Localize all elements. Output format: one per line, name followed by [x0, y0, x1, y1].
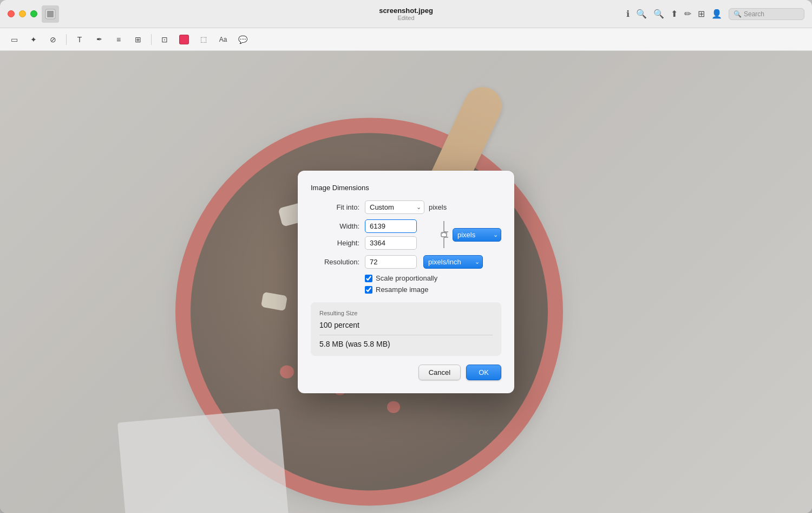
- minimize-button[interactable]: [19, 10, 26, 17]
- toolbar: ▭ ✦ ⊘ T ✒ ≡ ⊞ ⊡ ⬚ Aa 💬: [0, 28, 812, 51]
- avatar-icon[interactable]: 👤: [711, 9, 722, 19]
- info-icon[interactable]: ℹ: [626, 9, 630, 19]
- app-icon: [42, 5, 59, 23]
- markup-icon[interactable]: ✏: [684, 9, 691, 19]
- scale-proportionally-checkbox[interactable]: [365, 275, 372, 282]
- result-divider: [319, 335, 493, 335]
- cancel-button[interactable]: Cancel: [418, 365, 461, 380]
- color-swatch: [179, 35, 189, 44]
- share-icon[interactable]: ⬆: [671, 9, 678, 19]
- dialog-title: Image Dimensions: [311, 184, 501, 192]
- height-input[interactable]: [365, 236, 417, 250]
- search-icon: 🔍: [734, 10, 742, 18]
- unit-select[interactable]: pixels percent inches: [453, 228, 501, 242]
- svg-rect-1: [47, 11, 54, 17]
- draw-tool-btn[interactable]: ✒: [91, 32, 107, 47]
- fit-into-select-wrap: Custom ⌄: [365, 200, 424, 214]
- window-title: screenshot.jpeg: [379, 7, 433, 15]
- toolbar-separator-2: [151, 34, 152, 45]
- layout-tool-btn[interactable]: ⊡: [157, 32, 172, 47]
- resulting-size-section: Resulting Size 100 percent 5.8 MB (was 5…: [311, 302, 501, 356]
- resolution-row: Resolution: pixels/inch pixels/cm ⌄: [311, 255, 501, 269]
- resolution-label: Resolution:: [311, 258, 359, 266]
- resulting-size-title: Resulting Size: [319, 310, 493, 316]
- unit-select-wrap: pixels percent inches ⌄: [453, 228, 501, 242]
- toolbar-separator-1: [66, 34, 67, 45]
- color-btn[interactable]: [176, 32, 192, 47]
- resample-image-checkbox[interactable]: [365, 286, 372, 294]
- magic-tool-btn[interactable]: ✦: [26, 32, 41, 47]
- font-tool-btn[interactable]: Aa: [215, 32, 231, 47]
- resolution-unit-select[interactable]: pixels/inch pixels/cm: [423, 255, 483, 269]
- main-content: Image Dimensions Fit into: Custom ⌄ pixe…: [0, 51, 812, 513]
- speech-tool-btn[interactable]: 💬: [235, 32, 250, 47]
- text-tool-btn[interactable]: T: [72, 32, 87, 47]
- width-row: Width:: [311, 219, 436, 233]
- resample-image-label: Resample image: [376, 285, 429, 294]
- dimension-inputs: Width: Height:: [311, 219, 436, 250]
- expand-icon[interactable]: ⊞: [698, 9, 705, 19]
- select-tool-btn[interactable]: ▭: [6, 32, 22, 47]
- align-tool-btn[interactable]: ≡: [111, 32, 126, 47]
- search-box[interactable]: 🔍 Search: [729, 8, 804, 20]
- dimensions-section: Width: Height:: [311, 219, 501, 250]
- title-section: screenshot.jpeg Edited: [379, 7, 433, 21]
- close-button[interactable]: [8, 10, 15, 17]
- svg-rect-2: [441, 232, 447, 237]
- stroke-tool-btn[interactable]: ⬚: [196, 32, 211, 47]
- resulting-size: 5.8 MB (was 5.8 MB): [319, 340, 493, 348]
- shape-tool-btn[interactable]: ⊞: [130, 32, 146, 47]
- titlebar-actions: ℹ 🔍 🔍 ⬆ ✏ ⊞ 👤 🔍 Search: [626, 8, 804, 20]
- dialog-overlay: Image Dimensions Fit into: Custom ⌄ pixe…: [0, 51, 812, 513]
- zoom-in-icon[interactable]: 🔍: [653, 9, 664, 19]
- link-bracket: [438, 219, 449, 250]
- scale-proportionally-row: Scale proportionally: [365, 274, 501, 282]
- resolution-unit-wrap: pixels/inch pixels/cm ⌄: [423, 255, 483, 269]
- fit-into-select[interactable]: Custom: [365, 200, 424, 214]
- resulting-percent: 100 percent: [319, 321, 493, 329]
- ok-button[interactable]: OK: [466, 365, 501, 380]
- lasso-tool-btn[interactable]: ⊘: [45, 32, 61, 47]
- fit-into-label: Fit into:: [311, 203, 359, 211]
- traffic-lights: [8, 10, 37, 17]
- height-label: Height:: [311, 239, 359, 247]
- width-label: Width:: [311, 222, 359, 230]
- resample-image-row: Resample image: [365, 285, 501, 294]
- dimension-unit-wrap: pixels percent inches ⌄: [453, 219, 501, 250]
- width-input[interactable]: [365, 219, 417, 233]
- zoom-button[interactable]: [30, 10, 37, 17]
- image-dimensions-dialog: Image Dimensions Fit into: Custom ⌄ pixe…: [298, 171, 514, 393]
- search-label: Search: [744, 10, 764, 18]
- checkboxes-section: Scale proportionally Resample image: [311, 274, 501, 294]
- resolution-input[interactable]: [365, 255, 417, 269]
- zoom-out-icon[interactable]: 🔍: [636, 9, 647, 19]
- titlebar: screenshot.jpeg Edited ℹ 🔍 🔍 ⬆ ✏ ⊞ 👤 🔍 S…: [0, 0, 812, 28]
- height-row: Height:: [311, 236, 436, 250]
- app-window: screenshot.jpeg Edited ℹ 🔍 🔍 ⬆ ✏ ⊞ 👤 🔍 S…: [0, 0, 812, 513]
- scale-proportionally-label: Scale proportionally: [376, 274, 437, 282]
- window-status: Edited: [397, 15, 414, 21]
- fit-into-row: Fit into: Custom ⌄ pixels: [311, 200, 501, 214]
- dialog-buttons: Cancel OK: [311, 365, 501, 380]
- fit-into-unit: pixels: [429, 203, 447, 211]
